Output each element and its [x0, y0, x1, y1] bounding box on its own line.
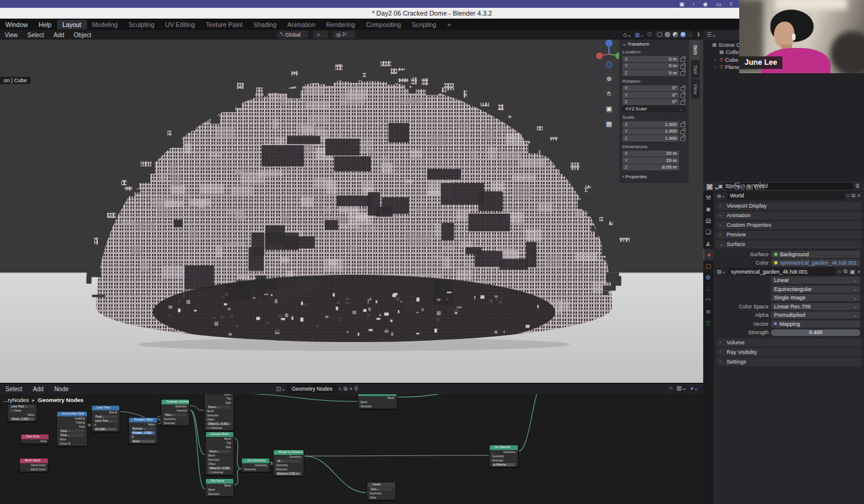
node-socket-row[interactable]: Island Count: [20, 467, 48, 472]
node-header[interactable]: ⌄ Less Than: [92, 406, 119, 410]
node-socket-row[interactable]: Selection: [161, 421, 189, 425]
node-socket-row[interactable]: Boolean ⌄: [129, 427, 157, 431]
expand-arrow-icon[interactable]: ›: [713, 64, 718, 70]
overlays-dropdown[interactable]: ▥⌄: [635, 32, 644, 38]
node-header[interactable]: ⌄ Flip Faces: [206, 479, 233, 484]
snap-magnet-icon[interactable]: ∩: [669, 385, 673, 391]
node-socket-row[interactable]: Geometry: [490, 454, 518, 458]
node-socket-row[interactable]: ◍ Materia...: [490, 463, 518, 467]
node-socket-row[interactable]: Top: [205, 397, 233, 401]
rendered-shading-button[interactable]: [680, 32, 686, 37]
transform-field[interactable]: X0°: [622, 85, 679, 92]
color-space-select[interactable]: Linear Rec.709⌄: [771, 303, 860, 310]
orientation-dropdown[interactable]: ⤣ Global ⌵: [277, 31, 308, 38]
pause-icon[interactable]: ‖: [697, 32, 700, 38]
show-gizmo-dropdown[interactable]: ◇⌄: [623, 32, 631, 38]
node-socket-row[interactable]: Geometry: [490, 450, 518, 454]
node-flip-faces[interactable]: ⌄ Flip FacesMeshMeshSelection: [205, 478, 234, 497]
node-socket-row[interactable]: Side: [205, 401, 233, 405]
solid-shading-button[interactable]: [665, 32, 670, 37]
node-canvas[interactable]: Less Than ⌄☐ ClampValueThres... 0.500⌄ F…: [0, 383, 703, 504]
breadcrumb-world[interactable]: World: [754, 183, 767, 189]
node-socket-row[interactable]: Geometry: [242, 463, 269, 467]
transform-field[interactable]: Y0 m: [622, 63, 679, 70]
fake-user-icon[interactable]: ○: [838, 269, 841, 275]
node-socket-row[interactable]: ☐ Individual: [206, 470, 233, 475]
node-socket-row[interactable]: Group ID: [57, 442, 87, 446]
transform-field[interactable]: X1.000: [622, 121, 679, 128]
world-properties-tab[interactable]: ●: [703, 249, 713, 260]
node-socket-row[interactable]: Total: [57, 425, 87, 429]
snap-dropdown[interactable]: ∩ ⌵: [313, 31, 328, 38]
node-header[interactable]: ⌄ Random Value: [129, 418, 157, 422]
lock-icon[interactable]: [680, 65, 685, 69]
transform-panel-title[interactable]: ⌄ Transform: [622, 41, 686, 47]
geometry-node-editor[interactable]: Less Than ⌄☐ ClampValueThres... 0.500⌄ F…: [0, 383, 703, 504]
interpolation-select[interactable]: Linear⌄: [771, 277, 860, 284]
lock-icon[interactable]: [680, 94, 685, 98]
transform-field[interactable]: Y1.000: [622, 128, 679, 135]
object-properties-tab[interactable]: ▢: [703, 260, 713, 272]
node-socket-row[interactable]: Trailing: [57, 421, 87, 425]
node-socket-row[interactable]: Mesh: [358, 400, 397, 404]
moon-icon[interactable]: ☾: [730, 1, 734, 7]
panel-surface[interactable]: ⌄Surface: [716, 241, 862, 249]
world-name-field[interactable]: World: [727, 192, 845, 200]
node-socket-row[interactable]: Geometry: [242, 467, 269, 472]
node-face-area[interactable]: ⌄ Face AreaArea: [20, 434, 49, 444]
node-socket-row[interactable]: Mesh: [358, 396, 397, 400]
view-layer-properties-tab[interactable]: ❏: [703, 226, 713, 238]
node-header[interactable]: ⌄ Join Geometry: [242, 458, 269, 463]
sidebar-tab-view[interactable]: View: [691, 79, 700, 98]
node-socket-row[interactable]: Mesh: [205, 409, 233, 413]
pin-icon[interactable]: ⚲: [354, 386, 358, 392]
node-socket-row[interactable]: Top: [206, 441, 233, 445]
workspace-tab-rendering[interactable]: Rendering: [320, 20, 360, 29]
node-socket-row[interactable]: ☐ Clamp: [8, 409, 37, 413]
image-name-field[interactable]: symmetrical_garden_4k.hdr.001: [728, 268, 835, 275]
lock-icon[interactable]: [680, 137, 685, 141]
panel-animation[interactable]: ›Animation: [716, 212, 862, 220]
node-random-value[interactable]: ⌄ Random ValueValueBoolean ⌄Probab... 0.…: [128, 417, 158, 444]
panel-volume[interactable]: ›Volume: [716, 338, 862, 347]
perspective-toggle-icon[interactable]: ▦: [603, 118, 615, 130]
close-icon[interactable]: ×: [857, 269, 860, 275]
sidebar-tab-item[interactable]: Item: [691, 41, 700, 59]
node-socket-row[interactable]: Side: [206, 445, 233, 449]
node-header[interactable]: ⌄ Mesh Island: [20, 458, 48, 463]
output-properties-tab[interactable]: ▤: [703, 215, 713, 226]
overlays-icon[interactable]: ▥⌄: [676, 385, 686, 391]
node-header[interactable]: ⌄ Face Area: [21, 434, 49, 439]
node-socket-row[interactable]: Mesh: [206, 488, 233, 492]
close-icon[interactable]: ×: [349, 386, 352, 392]
node-socket-row[interactable]: Geometry: [367, 491, 395, 496]
workspace-tab-layout[interactable]: Layout: [57, 20, 87, 29]
node-socket-row[interactable]: Offset S... 0.001: [205, 422, 233, 426]
node-socket-row[interactable]: All ⌄: [274, 459, 304, 463]
xray-toggle[interactable]: ⬭: [647, 31, 652, 38]
node-header[interactable]: ⌄ Accumulate Field: [57, 412, 87, 416]
node-socket-row[interactable]: Less Than ⌄: [92, 419, 119, 423]
workspace-tab-texture-paint[interactable]: Texture Paint: [200, 20, 248, 29]
sidebar-tab-tool[interactable]: Tool: [691, 61, 700, 79]
node-header[interactable]: ⌄ Separate Geometry: [161, 400, 189, 404]
node-socket-row[interactable]: Value: [57, 437, 87, 442]
node-socket-row[interactable]: A: [92, 423, 119, 427]
menu-window[interactable]: Window: [0, 21, 33, 28]
node-socket-row[interactable]: Island Index: [20, 463, 48, 467]
node-menu-select[interactable]: Select: [0, 386, 28, 392]
expand-arrow-icon[interactable]: ›: [713, 56, 718, 63]
node-set-material[interactable]: ⌄ Set MaterialGeometryGeometrySelection◍…: [489, 445, 518, 467]
world-icon[interactable]: ◍⌄: [717, 193, 725, 199]
panel-custom-properties[interactable]: ›Custom Properties: [716, 221, 862, 230]
add-workspace-button[interactable]: +: [442, 20, 456, 29]
node-math-less-than[interactable]: Less Than ⌄☐ ClampValueThres... 0.500: [7, 404, 37, 422]
node-compare-less-than[interactable]: ⌄ Less ThanResultFloat ⌄Less Than ⌄AB 2.…: [91, 405, 120, 432]
node-viewer[interactable]: ⌄ ViewerAuto ⌄GeometryValue: [367, 482, 396, 500]
node-socket-row[interactable]: Value: [367, 496, 395, 500]
material-shading-button[interactable]: [673, 32, 678, 37]
particles-properties-tab[interactable]: ∴: [703, 283, 713, 295]
node-socket-row[interactable]: Selection: [205, 413, 233, 418]
node-socket-row[interactable]: Less Than ⌄: [8, 404, 37, 409]
node-socket-row[interactable]: Value: [8, 413, 37, 417]
